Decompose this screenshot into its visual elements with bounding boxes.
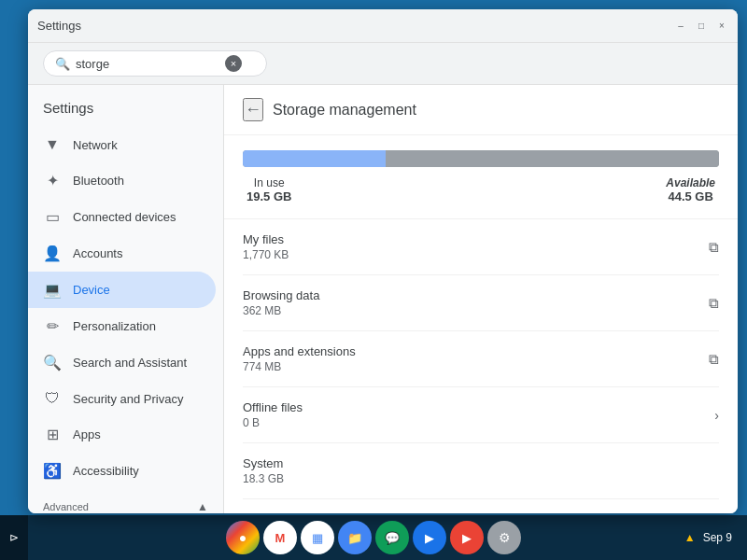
browsing-data-action: ⧉ — [709, 295, 719, 312]
laptop-icon: 💻 — [43, 281, 62, 299]
search-bar: 🔍 × — [28, 43, 738, 85]
sidebar-title: Settings — [28, 92, 223, 127]
storage-bar — [243, 150, 719, 167]
external-title: External storage preferences — [243, 512, 399, 513]
accessibility-icon: ♿ — [43, 462, 62, 480]
storage-row-browsing-data[interactable]: Browsing data 362 MB ⧉ — [243, 275, 719, 331]
sidebar-item-security-label: Security and Privacy — [73, 392, 184, 406]
search-icon: 🔍 — [55, 57, 70, 71]
system-title: System — [243, 456, 284, 470]
main-layout: Settings ▼ Network ✦ Bluetooth ▭ Connect… — [28, 85, 738, 513]
chevron-right-icon-external: › — [714, 513, 719, 514]
sidebar-item-personalization[interactable]: ✏ Personalization — [28, 308, 216, 344]
taskbar-left-icon: ⊳ — [9, 531, 19, 544]
storage-row-offline-files[interactable]: Offline files 0 B › — [243, 387, 719, 443]
sidebar-item-bluetooth[interactable]: ✦ Bluetooth — [28, 162, 216, 199]
in-use-value: 19.5 GB — [247, 189, 291, 203]
taskbar-files-icon[interactable]: 📁 — [338, 521, 372, 554]
storage-bar-available — [386, 150, 719, 167]
play-symbol: ▶ — [425, 531, 434, 545]
apps-title: Apps and extensions — [243, 344, 356, 358]
storage-row-apps[interactable]: Apps and extensions 774 MB ⧉ — [243, 331, 719, 387]
browsing-data-title: Browsing data — [243, 288, 319, 302]
taskbar-chrome-icon[interactable]: ● — [226, 521, 260, 554]
available-title: Available — [666, 176, 715, 189]
taskbar-play-icon[interactable]: ▶ — [413, 521, 446, 554]
external-action: › — [714, 513, 719, 514]
taskbar-right-area: ▲ Sep 9 — [684, 531, 732, 544]
sidebar-item-personalization-label: Personalization — [73, 319, 156, 333]
alert-icon: ▲ — [684, 531, 696, 544]
storage-row-system[interactable]: System 18.3 GB — [243, 443, 719, 499]
sidebar: Settings ▼ Network ✦ Bluetooth ▭ Connect… — [28, 85, 224, 513]
taskbar-left-area: ⊳ — [0, 515, 28, 560]
my-files-size: 1,770 KB — [243, 248, 289, 261]
youtube-symbol: ▶ — [462, 531, 472, 545]
sidebar-item-security-privacy[interactable]: 🛡 Security and Privacy — [28, 381, 216, 416]
sidebar-item-connected-devices[interactable]: ▭ Connected devices — [28, 199, 216, 235]
close-button[interactable]: × — [715, 20, 728, 33]
search-clear-button[interactable]: × — [225, 55, 242, 72]
chrome-symbol: ● — [239, 530, 247, 545]
sidebar-item-bluetooth-label: Bluetooth — [73, 174, 124, 188]
settings-window: Settings – □ × 🔍 × Settings ▼ Network ✦ … — [28, 9, 738, 513]
in-use-label: In use 19.5 GB — [247, 176, 291, 203]
brush-icon: ✏ — [43, 317, 62, 335]
wifi-icon: ▼ — [43, 136, 62, 153]
available-value: 44.5 GB — [666, 189, 715, 203]
sidebar-item-apps[interactable]: ⊞ Apps — [28, 416, 216, 453]
apps-size: 774 MB — [243, 360, 356, 373]
edit-icon-apps: ⧉ — [709, 351, 719, 368]
maximize-button[interactable]: □ — [695, 20, 708, 33]
sidebar-item-apps-label: Apps — [73, 427, 101, 441]
sidebar-item-network[interactable]: ▼ Network — [28, 127, 216, 162]
window-controls: – □ × — [674, 20, 728, 33]
taskbar: ⊳ ● M ▦ 📁 💬 ▶ ▶ ⚙ ▲ Sep 9 — [0, 515, 747, 560]
taskbar-time: Sep 9 — [703, 531, 732, 544]
sidebar-item-accessibility[interactable]: ♿ Accessibility — [28, 453, 216, 489]
bluetooth-icon: ✦ — [43, 172, 62, 189]
storage-labels: In use 19.5 GB Available 44.5 GB — [243, 176, 719, 203]
my-files-action: ⧉ — [709, 239, 719, 256]
offline-files-title: Offline files — [243, 400, 303, 414]
taskbar-youtube-icon[interactable]: ▶ — [450, 521, 484, 554]
browsing-data-size: 362 MB — [243, 304, 319, 317]
storage-section: In use 19.5 GB Available 44.5 GB — [224, 135, 738, 219]
sidebar-item-device[interactable]: 💻 Device — [28, 272, 216, 308]
minimize-button[interactable]: – — [674, 20, 687, 33]
files-symbol: 📁 — [347, 531, 362, 545]
storage-row-my-files[interactable]: My files 1,770 KB ⧉ — [243, 219, 719, 275]
offline-files-action: › — [714, 408, 719, 423]
storage-bar-used — [243, 150, 386, 167]
offline-files-size: 0 B — [243, 416, 303, 429]
device-icon: ▭ — [43, 208, 62, 226]
taskbar-gmail-icon[interactable]: M — [263, 521, 297, 554]
taskbar-calendar-icon[interactable]: ▦ — [301, 521, 334, 554]
chevron-right-icon-offline: › — [714, 408, 719, 423]
advanced-label: Advanced — [43, 501, 89, 512]
storage-items: My files 1,770 KB ⧉ Browsing data 362 MB… — [224, 219, 738, 513]
storage-row-external[interactable]: External storage preferences › — [243, 499, 719, 513]
sidebar-item-search-label: Search and Assistant — [73, 356, 187, 370]
gmail-symbol: M — [275, 531, 286, 545]
back-button[interactable]: ← — [243, 98, 263, 121]
taskbar-settings-icon[interactable]: ⚙ — [487, 521, 521, 554]
available-label: Available 44.5 GB — [666, 176, 715, 203]
sidebar-item-accounts[interactable]: 👤 Accounts — [28, 235, 216, 272]
content-area: ← Storage management In use 19.5 GB Avai… — [224, 85, 738, 513]
sidebar-item-search-assistant[interactable]: 🔍 Search and Assistant — [28, 344, 216, 381]
person-icon: 👤 — [43, 245, 62, 262]
search-input[interactable] — [76, 57, 216, 71]
edit-icon-browsing: ⧉ — [709, 295, 719, 312]
system-size: 18.3 GB — [243, 472, 284, 485]
content-header: ← Storage management — [224, 85, 738, 135]
in-use-title: In use — [247, 176, 291, 189]
edit-icon: ⧉ — [709, 239, 719, 256]
my-files-title: My files — [243, 232, 289, 246]
sidebar-item-network-label: Network — [73, 138, 118, 152]
search-input-wrap[interactable]: 🔍 × — [43, 50, 267, 77]
title-bar: Settings – □ × — [28, 9, 738, 43]
shield-icon: 🛡 — [43, 390, 62, 407]
taskbar-hangouts-icon[interactable]: 💬 — [375, 521, 409, 554]
apps-action: ⧉ — [709, 351, 719, 368]
